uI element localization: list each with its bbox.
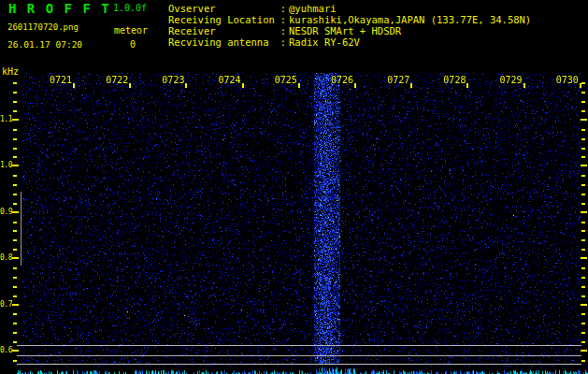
info-label: Ovserver <box>168 3 278 14</box>
freq-minor-tick <box>13 239 17 241</box>
freq-minor-tick <box>581 286 585 288</box>
hrofft-window: H R O F F T 1.0.0f 2601170720.png meteor… <box>0 0 588 374</box>
info-separator: : <box>278 14 289 25</box>
freq-tick-label: 0.7 <box>0 300 12 309</box>
freq-minor-tick <box>13 360 17 362</box>
left-frequency-range-marker <box>21 192 22 266</box>
freq-tick-label: 0.8 <box>0 253 12 263</box>
freq-minor-tick <box>13 277 17 279</box>
freq-minor-tick <box>581 156 585 158</box>
observation-datetime: 26.01.17 07:20 <box>7 39 82 50</box>
freq-minor-tick <box>581 203 585 205</box>
info-separator: : <box>278 25 289 36</box>
freq-minor-tick <box>13 341 17 343</box>
freq-minor-tick <box>581 277 585 279</box>
freq-minor-tick <box>13 148 17 150</box>
freq-major-tick <box>12 257 19 259</box>
freq-minor-tick <box>581 249 585 251</box>
freq-minor-tick <box>581 230 585 232</box>
freq-minor-tick <box>13 286 17 288</box>
time-tick-mark <box>580 83 581 88</box>
info-value: NESDR SMArt + HDSDR <box>289 25 401 36</box>
freq-minor-tick <box>581 360 585 362</box>
spectrogram-canvas <box>22 73 581 364</box>
app-version: 1.0.0f <box>113 3 147 13</box>
freq-minor-tick <box>581 148 585 150</box>
freq-minor-tick <box>581 175 585 177</box>
station-info: Ovserver:@yuhmari Receiving Location:kur… <box>168 3 531 48</box>
freq-tick-label: 1.1 <box>0 115 12 124</box>
freq-minor-tick <box>581 239 585 241</box>
freq-axis-unit-label: kHz <box>2 66 19 77</box>
time-tick-label: 0724 <box>217 75 243 85</box>
signal-level-strip-canvas <box>17 365 588 374</box>
freq-minor-tick <box>13 332 17 334</box>
freq-minor-tick <box>13 249 17 251</box>
output-filename: 2601170720.png <box>7 22 79 32</box>
info-label: Receiver <box>168 25 278 36</box>
meteor-count-label: meteor <box>114 25 148 36</box>
freq-major-tick <box>581 257 587 259</box>
freq-minor-tick <box>581 341 585 343</box>
info-value: @yuhmari <box>289 3 337 14</box>
marker-line-middle <box>17 355 581 356</box>
freq-minor-tick <box>13 156 17 158</box>
time-tick-label: 0730 <box>554 75 581 85</box>
time-tick-mark <box>523 83 525 88</box>
freq-minor-tick <box>13 295 17 297</box>
freq-minor-tick <box>581 194 585 195</box>
time-tick-mark <box>410 83 412 88</box>
time-tick-mark <box>298 83 300 88</box>
freq-minor-tick <box>581 313 585 315</box>
freq-minor-tick <box>581 101 585 103</box>
info-row-observer: Ovserver:@yuhmari <box>168 3 531 14</box>
time-tick-mark <box>242 83 244 88</box>
freq-major-tick <box>12 211 19 213</box>
freq-minor-tick <box>581 110 585 112</box>
freq-minor-tick <box>13 138 17 140</box>
info-row-receiver: Receiver:NESDR SMArt + HDSDR <box>168 25 531 36</box>
time-tick-label: 0728 <box>441 75 467 85</box>
time-tick-mark <box>466 83 468 88</box>
info-separator: : <box>278 3 289 14</box>
time-tick-label: 0722 <box>104 75 130 85</box>
info-label: Receiving Location <box>168 14 278 25</box>
time-tick-mark <box>73 83 75 88</box>
freq-major-tick <box>12 304 19 306</box>
freq-major-tick <box>581 119 587 121</box>
info-separator: : <box>278 36 289 48</box>
meteor-count-value: 0 <box>120 39 146 50</box>
freq-minor-tick <box>13 101 17 103</box>
time-tick-label: 0729 <box>498 75 524 85</box>
freq-minor-tick <box>581 138 585 140</box>
freq-minor-tick <box>13 313 17 315</box>
time-tick-mark <box>354 83 356 88</box>
freq-major-tick <box>581 304 587 306</box>
freq-minor-tick <box>581 129 585 131</box>
freq-tick-label: 0.6 <box>0 346 12 355</box>
freq-minor-tick <box>13 184 17 186</box>
freq-major-tick <box>581 211 587 213</box>
info-label: Recviving antenna <box>168 36 278 48</box>
time-tick-label: 0727 <box>385 75 411 85</box>
freq-major-tick <box>12 119 19 121</box>
time-tick-label: 0725 <box>273 75 299 85</box>
marker-line-upper <box>17 345 581 346</box>
freq-minor-tick <box>581 323 585 324</box>
info-row-antenna: Recviving antenna:Radix RY-62V <box>168 36 531 48</box>
freq-minor-tick <box>581 184 585 186</box>
freq-major-tick <box>581 165 587 166</box>
freq-minor-tick <box>13 92 17 94</box>
freq-minor-tick <box>13 203 17 205</box>
freq-major-tick <box>581 350 587 352</box>
plot-bottom-border-line <box>17 364 581 365</box>
freq-minor-tick <box>13 230 17 232</box>
freq-tick-label: 0.9 <box>0 208 12 217</box>
freq-minor-tick <box>13 323 17 324</box>
app-title: H R O F F T <box>8 1 110 16</box>
freq-minor-tick <box>581 267 585 269</box>
freq-tick-label: 1.0 <box>0 161 12 170</box>
freq-minor-tick <box>581 82 585 84</box>
freq-major-tick <box>12 165 19 166</box>
freq-minor-tick <box>13 194 17 195</box>
